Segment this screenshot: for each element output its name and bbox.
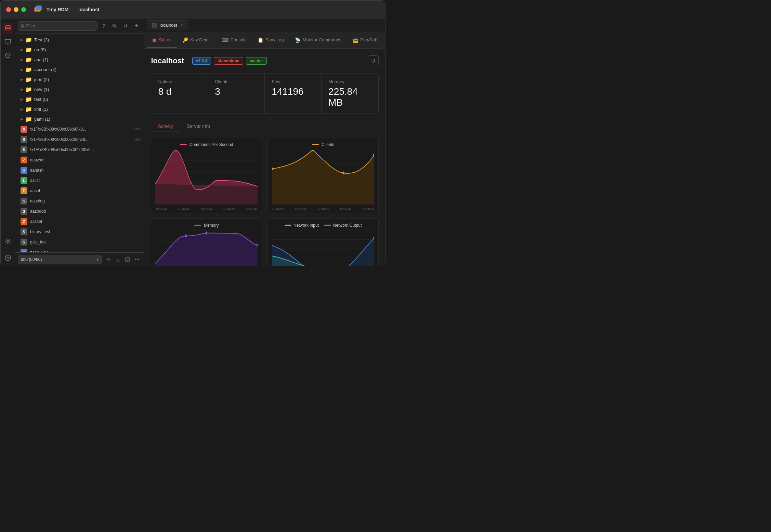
title-connection: localhost <box>78 7 99 12</box>
chart-commands: Commands Per Second <box>151 138 262 213</box>
folder-item[interactable]: ▶ 📁 new (1) <box>15 84 144 94</box>
folder-label: account (4) <box>34 67 56 72</box>
add-button[interactable]: + <box>132 21 141 31</box>
key-name: aaset <box>30 188 141 193</box>
stat-card: Clients 3 <box>208 74 265 114</box>
svg-point-31 <box>185 235 187 238</box>
legend-color-clients <box>312 144 319 145</box>
folder-item[interactable]: ▶ 📁 json (2) <box>15 75 144 84</box>
connection-tab[interactable]: ⬛ localhost × <box>147 20 188 30</box>
stat-label: Keys <box>272 79 314 84</box>
activity-tabs: ActivityServer Info <box>151 121 379 132</box>
folder-item[interactable]: ▶ 📁 xml (1) <box>15 104 144 114</box>
tab-label-status: Status <box>159 37 171 42</box>
tabs-nav: ▣Status🔑Key Detail⌨Console📋Slow Log📡Moni… <box>144 32 386 49</box>
sidebar-icon-github[interactable] <box>2 252 13 263</box>
filter-search-button[interactable] <box>110 21 119 31</box>
activity-tab-server-info[interactable]: Server Info <box>180 121 217 132</box>
folder-icon: 📁 <box>25 116 32 122</box>
db-select[interactable]: db0 (60/60) ▾ <box>18 255 102 264</box>
key-item[interactable]: Z aazset <box>15 216 144 227</box>
key-item[interactable]: L aalist <box>15 175 144 186</box>
filter-input[interactable]: A Filter <box>18 21 97 31</box>
tab-status[interactable]: ▣Status <box>147 32 177 48</box>
key-item[interactable]: E aaset <box>15 186 144 196</box>
sidebar-icon-settings[interactable] <box>2 236 13 247</box>
status-refresh-button[interactable]: ↺ <box>368 55 379 66</box>
key-item[interactable]: S \x1F\x8B\x08\x00\x00\x00\x00\x0... <box>15 145 144 155</box>
bottom-icon-list[interactable] <box>104 255 113 264</box>
key-badge: Z <box>21 218 27 225</box>
sidebar-bottom: db0 (60/60) ▾ ••• <box>15 252 144 266</box>
folder-item[interactable]: ▶ 📁 aa (8) <box>15 45 144 55</box>
chevron-right-icon: ▶ <box>21 88 23 91</box>
bottom-icon-more[interactable]: ••• <box>133 255 141 264</box>
legend-color-commands <box>180 144 187 145</box>
filter-prefix: A <box>21 23 24 28</box>
stat-card: Memory 225.84 MB <box>322 74 378 114</box>
tab-pub-sub[interactable]: 📻Pub/Sub <box>347 32 383 48</box>
maximize-button[interactable] <box>21 7 26 12</box>
folder-icon: 📁 <box>25 46 32 53</box>
legend-output: Network Output <box>324 223 362 228</box>
key-item[interactable]: S binary_test <box>15 227 144 237</box>
status-panel: localhost v7.2.4 standalone master ↺ Upt… <box>144 49 386 266</box>
key-item[interactable]: H aahash <box>15 165 144 175</box>
folder-item[interactable]: ▶ 📁 Test (3) <box>15 35 144 45</box>
key-name: binary_test <box>30 229 141 234</box>
standalone-badge: standalone <box>214 57 243 65</box>
key-item[interactable]: X \x1F\x8B\x08\x00\x00\x00\x0... 01/10 <box>15 124 144 134</box>
bottom-icon-download[interactable] <box>114 255 122 264</box>
key-item[interactable]: S \x1F\x8B\x08\x00\x00\x09n\x8... 01/10 <box>15 134 144 145</box>
folder-label: json (2) <box>34 77 49 82</box>
svg-rect-2 <box>36 5 42 10</box>
chart-memory-legend: Memory <box>155 223 258 228</box>
key-item[interactable]: S gzip_test <box>15 237 144 247</box>
bottom-icon-check[interactable] <box>123 255 132 264</box>
stat-value: 3 <box>215 86 258 97</box>
stat-value: 225.84 MB <box>328 86 371 108</box>
activity-tab-activity[interactable]: Activity <box>151 121 180 132</box>
tab-key-detail[interactable]: 🔑Key Detail <box>177 32 216 48</box>
svg-point-8 <box>113 24 116 27</box>
key-item[interactable]: Z aaazset <box>15 155 144 165</box>
minimize-button[interactable] <box>14 7 18 12</box>
folder-label: yaml (1) <box>34 117 50 122</box>
tab-console[interactable]: ⌨Console <box>216 32 252 48</box>
sidebar-icon-db[interactable] <box>2 23 13 34</box>
folder-item[interactable]: ▶ 📁 yaml (1) <box>15 114 144 124</box>
legend-color-input <box>285 225 291 226</box>
chart-commands-svg <box>155 150 258 204</box>
folder-item[interactable]: ▶ 📁 account (4) <box>15 65 144 75</box>
tab-icon-console: ⌨ <box>222 37 228 43</box>
legend-color-output <box>324 225 331 226</box>
folder-item[interactable]: ▶ 📁 test (5) <box>15 94 144 104</box>
key-item[interactable]: S aazbddd <box>15 206 144 216</box>
tab-monitor-commands[interactable]: 📡Monitor Commands <box>289 32 347 48</box>
key-item[interactable]: H hash_key <box>15 247 144 252</box>
chart-network-legend: Network Input Network Output <box>272 223 374 228</box>
filter-help-button[interactable]: ? <box>99 21 108 31</box>
sidebar-list[interactable]: ▶ 📁 Test (3) ▶ 📁 aa (8) ▶ 📁 aaa (1) ▶ 📁 … <box>15 34 144 252</box>
connection-tab-bar: ⬛ localhost × <box>144 18 386 32</box>
chevron-right-icon: ▶ <box>21 97 23 101</box>
chart-commands-x-labels: 12:36:41 12:36:41 12:36:41 12:36:41 12:3… <box>155 207 258 211</box>
server-badges: v7.2.4 standalone master <box>192 57 267 65</box>
key-badge: H <box>21 249 27 252</box>
app-logo <box>33 5 42 14</box>
tab-icon-status: ▣ <box>152 37 157 43</box>
tab-slow-log[interactable]: 📋Slow Log <box>252 32 289 48</box>
connection-tab-close[interactable]: × <box>181 23 183 28</box>
close-button[interactable] <box>6 7 11 12</box>
stats-grid: Uptime 8 d Clients 3 Keys 141196 Memory … <box>151 73 379 114</box>
sidebar-icon-monitor[interactable] <box>2 36 13 47</box>
legend-label-input: Network Input <box>293 223 319 228</box>
folder-item[interactable]: ▶ 📁 aaa (1) <box>15 55 144 65</box>
refresh-button[interactable]: ↺ <box>121 21 130 31</box>
app-title: Tiny RDM <box>47 7 68 12</box>
chart-clients-svg <box>272 150 374 204</box>
key-item[interactable]: S aastring <box>15 196 144 206</box>
svg-point-6 <box>7 240 9 242</box>
chevron-right-icon: ▶ <box>21 78 23 81</box>
sidebar-icon-history[interactable] <box>2 50 13 61</box>
